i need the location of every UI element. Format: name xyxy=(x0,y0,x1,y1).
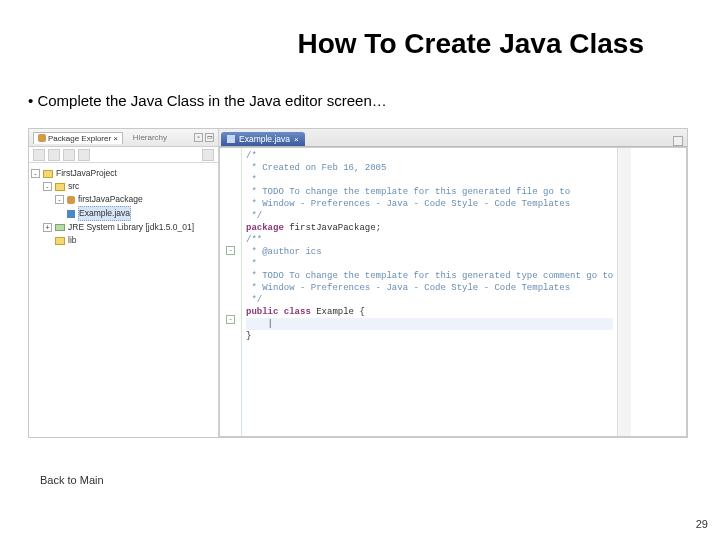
ide-screenshot: Package Explorer × Hierarchy ▫ ▭ xyxy=(28,128,688,438)
back-icon[interactable] xyxy=(33,149,45,161)
file-label: Example.java xyxy=(78,206,131,221)
maximize-icon[interactable] xyxy=(673,136,683,146)
tab-package-explorer[interactable]: Package Explorer × xyxy=(33,132,123,144)
package-icon xyxy=(38,134,46,142)
tree-src[interactable]: - src xyxy=(31,180,216,193)
page-number: 29 xyxy=(696,518,708,530)
expand-icon[interactable]: - xyxy=(55,195,64,204)
editor-tabs: Example.java × xyxy=(219,129,687,147)
expand-icon[interactable]: - xyxy=(43,182,52,191)
tab-hierarchy[interactable]: Hierarchy xyxy=(129,132,171,143)
code-line: /** xyxy=(246,234,613,246)
code-editor[interactable]: - - /* * Created on Feb 16, 2005 * * TOD… xyxy=(219,147,687,437)
tab-label: Package Explorer xyxy=(48,134,111,143)
minimize-icon[interactable]: ▫ xyxy=(194,133,203,142)
project-icon xyxy=(43,170,53,178)
tree-file[interactable]: Example.java xyxy=(31,206,216,221)
tab-close-icon[interactable]: × xyxy=(294,135,299,144)
overview-ruler xyxy=(617,148,631,436)
expand-icon[interactable]: + xyxy=(43,223,52,232)
editor-tab-example[interactable]: Example.java × xyxy=(221,132,305,146)
expand-icon[interactable]: - xyxy=(31,169,40,178)
code-line: * TODO To change the template for this g… xyxy=(246,186,613,198)
explorer-tabs: Package Explorer × Hierarchy ▫ ▭ xyxy=(29,129,218,147)
java-file-icon xyxy=(67,210,75,218)
tree-package[interactable]: - firstJavaPackage xyxy=(31,193,216,206)
tree-lib[interactable]: lib xyxy=(31,234,216,247)
explorer-toolbar xyxy=(29,147,218,163)
code-line: */ xyxy=(246,210,613,222)
package-icon xyxy=(67,196,75,204)
back-to-main-link[interactable]: Back to Main xyxy=(40,474,104,486)
maximize-icon[interactable]: ▭ xyxy=(205,133,214,142)
editor-gutter: - - xyxy=(220,148,242,436)
code-line: package firstJavaPackage; xyxy=(246,222,613,234)
code-line: /* xyxy=(246,150,613,162)
code-line: } xyxy=(246,330,613,342)
collapse-icon[interactable] xyxy=(63,149,75,161)
src-label: src xyxy=(68,180,79,193)
editor-tab-label: Example.java xyxy=(239,134,290,144)
folder-icon xyxy=(55,237,65,245)
code-line: * Window - Preferences - Java - Code Sty… xyxy=(246,282,613,294)
editor-panel: Example.java × xyxy=(219,129,687,437)
tree-jre[interactable]: + JRE System Library [jdk1.5.0_01] xyxy=(31,221,216,234)
slide-title: How To Create Java Class xyxy=(0,28,680,60)
link-icon[interactable] xyxy=(78,149,90,161)
code-line: * xyxy=(246,258,613,270)
bullet-text: • Complete the Java Class in the Java ed… xyxy=(28,92,387,109)
library-icon xyxy=(55,224,65,231)
tree-project[interactable]: - FirstJavaProject xyxy=(31,167,216,180)
code-line: * xyxy=(246,174,613,186)
fold-icon[interactable]: - xyxy=(226,315,235,324)
fold-icon[interactable]: - xyxy=(226,246,235,255)
tab-close-icon[interactable]: × xyxy=(113,134,118,143)
panel-window-controls: ▫ ▭ xyxy=(194,133,214,142)
code-line: * Window - Preferences - Java - Code Sty… xyxy=(246,198,613,210)
forward-icon[interactable] xyxy=(48,149,60,161)
code-line: public class Example { xyxy=(246,306,613,318)
project-tree: - FirstJavaProject - src - firstJavaPack… xyxy=(29,163,218,437)
editor-window-controls xyxy=(673,136,683,146)
java-file-icon xyxy=(227,135,235,143)
code-content[interactable]: /* * Created on Feb 16, 2005 * * TODO To… xyxy=(242,148,617,436)
cursor-line: | xyxy=(246,318,613,330)
code-line: * @author ics xyxy=(246,246,613,258)
jre-label: JRE System Library [jdk1.5.0_01] xyxy=(68,221,194,234)
package-explorer-panel: Package Explorer × Hierarchy ▫ ▭ xyxy=(29,129,219,437)
src-folder-icon xyxy=(55,183,65,191)
code-line: * TODO To change the template for this g… xyxy=(246,270,613,282)
lib-label: lib xyxy=(68,234,77,247)
project-label: FirstJavaProject xyxy=(56,167,117,180)
package-label: firstJavaPackage xyxy=(78,193,143,206)
code-line: * Created on Feb 16, 2005 xyxy=(246,162,613,174)
code-line: */ xyxy=(246,294,613,306)
menu-icon[interactable] xyxy=(202,149,214,161)
